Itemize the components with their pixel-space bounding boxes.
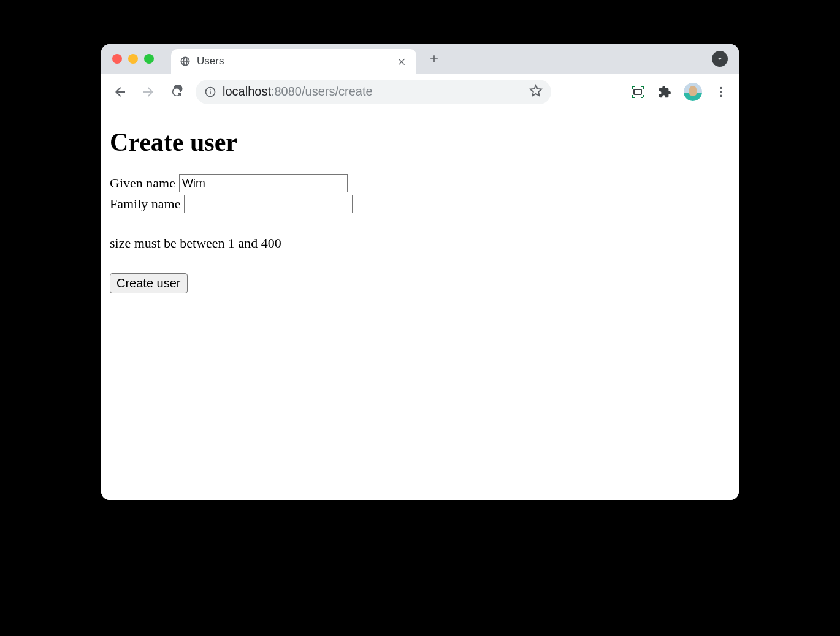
tabs-dropdown-button[interactable] — [712, 51, 728, 67]
browser-window: Users localhost:8080/users/create — [101, 44, 739, 500]
page-content: Create user Given name Family name size … — [101, 110, 739, 500]
svg-point-6 — [720, 94, 722, 97]
menu-icon[interactable] — [713, 84, 729, 100]
site-info-icon[interactable] — [204, 86, 216, 98]
maximize-window-button[interactable] — [144, 54, 154, 64]
tab-strip: Users — [101, 44, 739, 74]
validation-message: size must be between 1 and 400 — [110, 235, 730, 251]
new-tab-button[interactable] — [425, 50, 443, 68]
reload-button[interactable] — [167, 83, 186, 101]
url-host: localhost — [223, 85, 271, 98]
close-tab-button[interactable] — [395, 55, 408, 67]
svg-point-5 — [720, 91, 722, 93]
family-name-input[interactable] — [184, 195, 353, 213]
given-name-label: Given name — [110, 175, 175, 191]
profile-avatar[interactable] — [684, 83, 702, 101]
bookmark-star-icon[interactable] — [529, 84, 543, 100]
page-heading: Create user — [110, 127, 730, 157]
tab-title: Users — [197, 55, 389, 67]
family-name-label: Family name — [110, 196, 180, 212]
extensions-icon[interactable] — [657, 84, 673, 100]
devtools-device-icon[interactable] — [630, 84, 646, 100]
svg-rect-3 — [634, 89, 641, 94]
create-user-button[interactable]: Create user — [110, 273, 188, 293]
close-window-button[interactable] — [112, 54, 122, 64]
minimize-window-button[interactable] — [128, 54, 138, 64]
globe-icon — [180, 56, 191, 67]
svg-point-2 — [210, 89, 210, 90]
given-name-input[interactable] — [179, 174, 348, 192]
back-button[interactable] — [111, 83, 129, 101]
url-path: :8080/users/create — [271, 85, 373, 98]
forward-button[interactable] — [139, 83, 158, 101]
svg-point-4 — [720, 86, 722, 89]
toolbar-right — [630, 83, 729, 101]
family-name-row: Family name — [110, 195, 730, 213]
browser-tab[interactable]: Users — [171, 49, 416, 74]
toolbar: localhost:8080/users/create — [101, 74, 739, 110]
window-controls — [112, 54, 154, 64]
given-name-row: Given name — [110, 174, 730, 192]
address-bar[interactable]: localhost:8080/users/create — [196, 80, 551, 104]
url-text: localhost:8080/users/create — [223, 85, 373, 99]
